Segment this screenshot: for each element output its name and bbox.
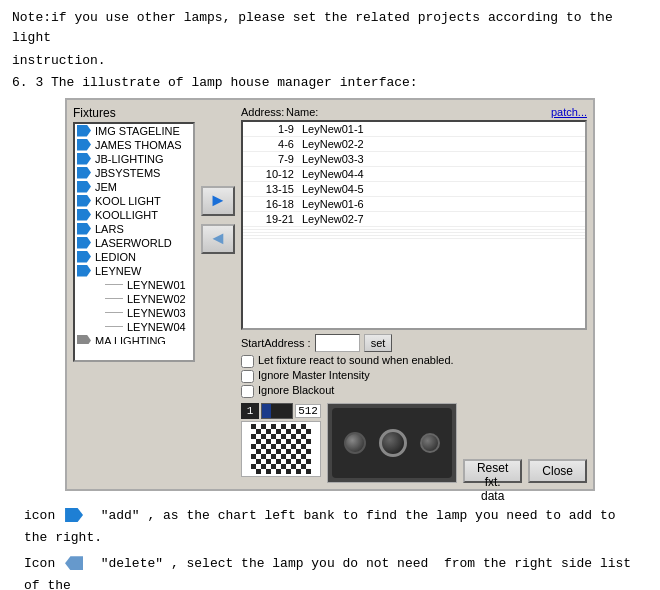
fixture-item-leynew04[interactable]: LEYNEW04	[75, 320, 193, 334]
svg-rect-4	[251, 424, 311, 474]
bottom-line2: Icon "delete" , select the lamp you do n…	[24, 553, 636, 590]
checkbox-blackout[interactable]	[241, 385, 254, 398]
icon-del-label: Icon	[24, 556, 55, 571]
fixtures-list[interactable]: IMG STAGELINE JAMES THOMAS JB-LIGHTING	[75, 124, 193, 344]
reset-button[interactable]: Reset fxt. data	[463, 459, 522, 483]
device-port	[379, 429, 407, 457]
preview-box	[241, 421, 321, 477]
checkbox-sound-row: Let fixture react to sound when enabled.	[241, 354, 587, 368]
fixture-icon	[77, 153, 91, 165]
fixture-item-lars[interactable]: LARS	[75, 222, 193, 236]
checkbox-master[interactable]	[241, 370, 254, 383]
lamp-manager-dialog: Fixtures IMG STAGELINE JAMES THOMAS	[65, 98, 595, 491]
addr-bar-section: 1 512	[241, 403, 321, 483]
add-icon	[65, 508, 83, 522]
fixture-icon	[77, 125, 91, 137]
fixture-icon	[77, 223, 91, 235]
set-address-button[interactable]: set	[364, 334, 393, 352]
start-address-input[interactable]	[315, 334, 360, 352]
address-row-2[interactable]: 4-6 LeyNew02-2	[243, 137, 585, 152]
fixture-icon	[77, 265, 91, 277]
patch-link[interactable]: patch...	[551, 106, 587, 118]
fixture-item-leynew01[interactable]: LEYNEW01	[75, 278, 193, 292]
fixture-icon	[77, 251, 91, 263]
address-row-5[interactable]: 13-15 LeyNew04-5	[243, 182, 585, 197]
fixture-item-leynew02[interactable]: LEYNEW02	[75, 292, 193, 306]
addr-bar-row: 1 512	[241, 403, 321, 419]
device-knob	[344, 432, 366, 454]
right-panel: Address: Name: patch... 1-9 LeyNew01-1 4…	[241, 106, 587, 483]
checkbox-blackout-label: Ignore Blackout	[258, 384, 334, 396]
fixture-item-leynew[interactable]: LEYNEW	[75, 264, 193, 278]
device-image	[327, 403, 457, 483]
arrow-right-icon: ►	[209, 190, 227, 211]
checkbox-sound-label: Let fixture react to sound when enabled.	[258, 354, 454, 366]
fixtures-label: Fixtures	[73, 106, 195, 120]
fixture-item-jbsys[interactable]: JBSYSTEMS	[75, 166, 193, 180]
checkbox-sound[interactable]	[241, 355, 254, 368]
add-quote: "add"	[93, 508, 140, 523]
fixture-icon	[77, 237, 91, 249]
section-title: 6. 3 The illustrate of lamp house manage…	[12, 75, 648, 90]
fixture-item-imgstage[interactable]: IMG STAGELINE	[75, 124, 193, 138]
start-address-row: StartAddress : set	[241, 334, 587, 352]
fixture-item-ledion[interactable]: LEDION	[75, 250, 193, 264]
icon-add-label: icon	[24, 508, 55, 523]
address-row-3[interactable]: 7-9 LeyNew03-3	[243, 152, 585, 167]
fixture-item-koollight[interactable]: KOOLLIGHT	[75, 208, 193, 222]
checkbox-blackout-row: Ignore Blackout	[241, 384, 587, 398]
address-row-empty4	[243, 236, 585, 239]
fixture-icon-gray	[77, 335, 91, 344]
checkbox-master-label: Ignore Master Intensity	[258, 369, 370, 381]
fixture-icon	[77, 209, 91, 221]
addr-num: 1	[241, 403, 259, 419]
checkbox-master-row: Ignore Master Intensity	[241, 369, 587, 383]
name-header-label: Name:	[286, 106, 551, 118]
fixture-icon	[77, 181, 91, 193]
address-row-1[interactable]: 1-9 LeyNew01-1	[243, 122, 585, 137]
address-header-label: Address:	[241, 106, 286, 118]
middle-buttons: ► ◄	[201, 106, 235, 483]
fixture-item-leynew03[interactable]: LEYNEW03	[75, 306, 193, 320]
remove-arrow-button[interactable]: ◄	[201, 224, 235, 254]
fixture-item-laser[interactable]: LASERWORLD	[75, 236, 193, 250]
device-port2	[420, 433, 440, 453]
close-button[interactable]: Close	[528, 459, 587, 483]
addr-max: 512	[295, 404, 321, 418]
note-line2: instruction.	[12, 51, 648, 71]
start-address-label: StartAddress :	[241, 337, 311, 349]
address-row-7[interactable]: 19-21 LeyNew02-7	[243, 212, 585, 227]
fixture-icon	[77, 167, 91, 179]
arrow-left-icon: ◄	[209, 228, 227, 249]
note-line1: Note:if you use other lamps, please set …	[12, 8, 648, 47]
fixture-item-jem[interactable]: JEM	[75, 180, 193, 194]
add-arrow-button[interactable]: ►	[201, 186, 235, 216]
bottom-controls: 1 512	[241, 403, 587, 483]
fixture-item-james[interactable]: JAMES THOMAS	[75, 138, 193, 152]
fixture-item-kool[interactable]: KOOL LIGHT	[75, 194, 193, 208]
fixture-item-ma[interactable]: MA LIGHTING	[75, 334, 193, 344]
address-name-header: Address: Name: patch...	[241, 106, 587, 118]
address-list[interactable]: 1-9 LeyNew01-1 4-6 LeyNew02-2 7-9 LeyNew…	[241, 120, 587, 330]
addr-bar	[261, 403, 293, 419]
preview-svg	[251, 424, 311, 474]
delete-icon	[65, 556, 83, 570]
fixtures-panel: Fixtures IMG STAGELINE JAMES THOMAS	[73, 106, 195, 483]
fixture-icon	[77, 195, 91, 207]
fixture-icon	[77, 139, 91, 151]
address-row-6[interactable]: 16-18 LeyNew01-6	[243, 197, 585, 212]
fixtures-list-container[interactable]: IMG STAGELINE JAMES THOMAS JB-LIGHTING	[73, 122, 195, 362]
fixture-item-jb[interactable]: JB-LIGHTING	[75, 152, 193, 166]
action-buttons-row: Reset fxt. data Close	[463, 459, 587, 483]
del-quote: "delete"	[93, 556, 163, 571]
bottom-text: icon "add" , as the chart left bank to f…	[12, 501, 648, 591]
bottom-line1: icon "add" , as the chart left bank to f…	[24, 505, 636, 549]
address-row-4[interactable]: 10-12 LeyNew04-4	[243, 167, 585, 182]
device-body	[332, 408, 452, 478]
